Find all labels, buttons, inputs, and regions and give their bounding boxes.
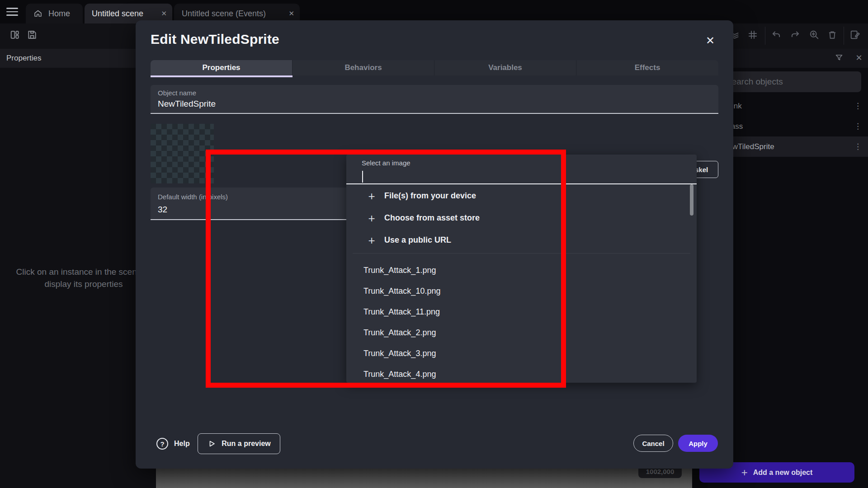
dialog-tabs: Properties Behaviors Variables Effects — [151, 60, 718, 75]
kebab-menu-icon[interactable]: ⋮ — [854, 122, 862, 131]
tab-properties[interactable]: Properties — [151, 60, 292, 75]
cancel-button[interactable]: Cancel — [633, 435, 673, 452]
help-button[interactable]: ? Help — [156, 438, 190, 450]
tab-behaviors[interactable]: Behaviors — [292, 60, 434, 75]
sprite-transparent-preview — [151, 124, 214, 183]
close-tab-icon[interactable]: ✕ — [161, 9, 167, 18]
dialog-title: Edit NewTiledSprite — [151, 32, 279, 47]
help-label: Help — [174, 440, 190, 448]
edit-object-dialog: Edit NewTiledSprite ✕ Properties Behavio… — [136, 20, 733, 469]
file-option[interactable]: Trunk_Attack_1.png — [346, 260, 697, 281]
trash-icon[interactable] — [826, 29, 838, 41]
file-name: Trunk_Attack_11.png — [363, 307, 440, 317]
play-icon — [207, 439, 216, 448]
menu-divider — [353, 253, 690, 253]
default-width-label: Default width (in pixels) — [158, 193, 228, 201]
file-option[interactable]: Trunk_Attack_2.png — [346, 322, 697, 343]
tab-label: Untitled scene — [92, 9, 143, 19]
tab-variables[interactable]: Variables — [434, 60, 576, 75]
undo-icon[interactable] — [770, 29, 782, 41]
file-option[interactable]: Trunk_Attack_4.png — [346, 364, 697, 385]
menu-item-label: Use a public URL — [384, 235, 451, 245]
default-width-value: 32 — [158, 205, 167, 215]
close-dialog-icon[interactable]: ✕ — [703, 34, 717, 47]
file-option[interactable]: Trunk_Attack_10.png — [346, 281, 697, 301]
close-panel-icon[interactable]: ✕ — [854, 53, 864, 63]
object-name-value: NewTiledSprite — [158, 99, 216, 109]
file-name: Trunk_Attack_2.png — [363, 328, 436, 338]
file-option[interactable]: Trunk_Attack_3.png — [346, 343, 697, 364]
tab-home-label: Home — [48, 9, 70, 19]
run-preview-label: Run a preview — [222, 440, 270, 448]
kebab-menu-icon[interactable]: ⋮ — [854, 142, 862, 151]
tab-effects[interactable]: Effects — [576, 60, 718, 75]
dropdown-scrollbar[interactable] — [690, 184, 693, 216]
tab-label: Untitled scene (Events) — [182, 9, 266, 19]
select-image-input[interactable] — [362, 171, 678, 183]
menu-item-public-url[interactable]: + Use a public URL — [346, 229, 697, 251]
file-name: Trunk_Attack_10.png — [363, 286, 440, 296]
apply-button[interactable]: Apply — [678, 435, 718, 452]
file-option[interactable]: Trunk_Attack_11.png — [346, 301, 697, 322]
tab-home[interactable]: Home — [26, 4, 83, 23]
menu-item-choose-asset-store[interactable]: + Choose from asset store — [346, 207, 697, 229]
file-name: Trunk_Attack_3.png — [363, 349, 436, 358]
edit-scene-events-icon[interactable] — [849, 29, 861, 41]
redo-icon[interactable] — [789, 29, 801, 41]
save-icon[interactable] — [26, 29, 38, 41]
toolbar-separator — [765, 27, 765, 45]
help-icon: ? — [156, 438, 168, 450]
plus-icon: + — [741, 466, 748, 479]
grid-icon[interactable] — [747, 29, 759, 41]
filter-icon[interactable] — [834, 53, 844, 63]
run-a-preview-button[interactable]: Run a preview — [198, 433, 280, 454]
panels-layout-icon[interactable] — [9, 29, 21, 41]
toolbar-separator — [844, 27, 844, 45]
menu-item-label: File(s) from your device — [384, 191, 476, 201]
menu-item-files-from-device[interactable]: + File(s) from your device — [346, 185, 697, 207]
close-tab-icon[interactable]: ✕ — [288, 9, 294, 18]
plus-icon: + — [367, 214, 376, 223]
object-name-field[interactable]: Object name NewTiledSprite — [151, 85, 718, 114]
active-tab-underline — [151, 75, 292, 77]
plus-icon: + — [367, 192, 376, 201]
input-underline — [346, 183, 697, 184]
file-name: Trunk_Attack_4.png — [363, 370, 436, 379]
object-name-label: Object name — [158, 89, 196, 97]
properties-panel-title: Properties — [6, 54, 41, 63]
plus-icon: + — [367, 236, 376, 245]
select-image-dropdown: Select an image + File(s) from your devi… — [346, 155, 697, 383]
hamburger-menu-icon[interactable] — [6, 8, 18, 16]
add-object-label: Add a new object — [753, 469, 813, 477]
scene-canvas[interactable] — [156, 469, 692, 488]
home-icon — [33, 9, 43, 19]
search-objects-input[interactable] — [720, 71, 861, 92]
select-image-label: Select an image — [362, 159, 410, 167]
menu-item-label: Choose from asset store — [384, 213, 480, 223]
kebab-menu-icon[interactable]: ⋮ — [854, 101, 862, 111]
zoom-in-icon[interactable] — [808, 29, 820, 41]
file-name: Trunk_Attack_1.png — [363, 266, 436, 275]
